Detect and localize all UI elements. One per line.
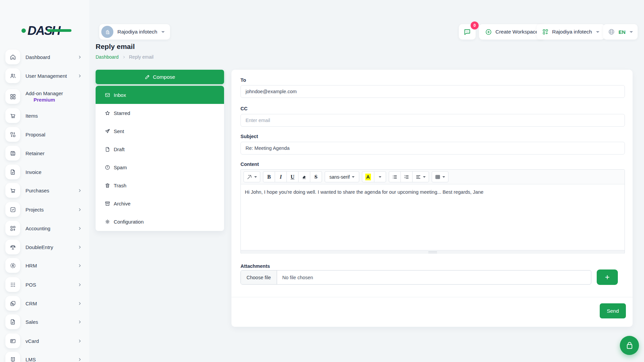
brand-logo[interactable]: DASH [21,23,60,38]
invoice-icon [5,165,20,179]
sidebar-item-retainer[interactable]: Retainer [5,146,85,161]
chevron-right-icon [77,207,82,212]
bold-button[interactable]: B [263,171,275,182]
mail-folder-archive[interactable]: Archive [96,194,224,213]
mail-folder-label: Trash [114,183,126,188]
table-icon [435,174,440,180]
sidebar-item-crm[interactable]: CRM [5,296,85,311]
users-icon [5,68,20,83]
mail-folder-draft[interactable]: Draft [96,140,224,158]
compose-button[interactable]: Compose [96,70,224,84]
mail-folder-inbox[interactable]: Inbox [96,86,224,104]
align-icon [416,174,421,180]
sidebar-item-sales[interactable]: Sales [5,314,85,329]
sidebar-item-proposal[interactable]: Proposal [5,127,85,142]
paragraph-align-dropdown[interactable] [412,171,429,182]
sidebar-item-accounting[interactable]: Accounting [5,221,85,236]
content-editable-area[interactable]: Hi John, I hope you're doing well. I wan… [241,184,625,250]
to-label: To [240,77,246,83]
sidebar-item-dashboard[interactable]: Dashboard [5,50,85,64]
language-dropdown[interactable]: EN [603,24,638,40]
document-icon [5,314,20,329]
breadcrumb-dashboard-link[interactable]: Dashboard [96,54,119,60]
attachment-file-input[interactable]: Choose file No file chosen [240,270,591,285]
style-magic-button[interactable] [244,171,260,182]
mail-folder-sent[interactable]: Sent [96,122,224,140]
messages-count-badge: 0 [471,21,479,29]
chevron-down-icon [442,176,445,178]
sidebar-item-addon-manager[interactable]: Add-on Manager Premium [5,88,85,105]
italic-button[interactable]: I [275,171,287,182]
card-divider [231,297,633,297]
floating-cart-button[interactable] [620,336,639,355]
table-dropdown[interactable] [432,171,448,182]
send-button[interactable]: Send [600,303,626,318]
breadcrumb: Dashboard Reply email [96,54,154,60]
mail-folder-configuration[interactable]: Configuration [96,213,224,231]
card-icon [5,334,20,348]
create-workspace-button[interactable]: Create Workspace [479,24,544,40]
sidebar-item-user-management[interactable]: User Management [5,68,85,83]
font-name-label: sans-serif [329,174,350,180]
chevron-right-icon [77,188,82,193]
compose-label: Compose [153,74,175,80]
scales-icon [5,240,20,254]
sidebar-item-hrm[interactable]: HRM [5,258,85,273]
chevron-right-icon [122,55,126,59]
layers-icon [5,296,20,311]
home-icon [5,50,20,64]
chevron-down-icon [630,31,633,33]
messages-button[interactable]: 0 [459,24,476,40]
inbox-icon [105,92,110,98]
cart-icon [5,108,20,123]
choose-file-button[interactable]: Choose file [241,270,277,284]
add-attachment-button[interactable]: + [597,269,618,285]
cart-icon [5,183,20,198]
resize-grip[interactable] [428,251,437,253]
to-input[interactable] [240,85,625,98]
sidebar-item-doubleentry[interactable]: DoubleEntry [5,240,85,254]
sidebar-item-items[interactable]: Items [5,108,85,123]
sidebar-item-vcard[interactable]: vCard [5,334,85,348]
page-title: Reply email [96,43,135,51]
plus-circle-icon [485,28,492,36]
strikethrough-button[interactable]: S [310,171,322,182]
mail-folder-starred[interactable]: Starred [96,104,224,122]
chevron-down-icon [423,176,426,178]
sidebar-item-label: Add-on Manager Premium [25,90,63,103]
subject-label: Subject [240,134,258,139]
sidebar-item-purchases[interactable]: Purchases [5,183,85,198]
subject-input[interactable] [240,142,625,155]
font-color-button[interactable]: A [362,171,374,182]
paper-plane-icon [105,128,110,134]
clear-format-button[interactable] [298,171,310,182]
unordered-list-button[interactable] [389,171,401,182]
sidebar-item-label: HRM [25,263,37,268]
file-icon [105,146,110,152]
mail-folder-trash[interactable]: Trash [96,176,224,194]
mail-folder-spam[interactable]: Spam [96,158,224,176]
mail-folder-label: Spam [114,165,127,170]
sidebar-item-lms[interactable]: LMS [5,352,85,362]
dots-grid-icon [5,277,20,292]
workspace-selector[interactable]: Rajodiya infotech [99,24,170,40]
sidebar-item-label: User Management [25,73,67,79]
cc-input[interactable] [240,114,625,127]
sidebar-item-pos[interactable]: POS [5,277,85,292]
ordered-list-button[interactable] [400,171,413,182]
sidebar-item-label: Purchases [25,188,49,193]
underline-button[interactable]: U [286,171,299,182]
font-color-dropdown[interactable] [374,171,386,182]
premium-badge: Premium [25,97,63,103]
chevron-right-icon [77,55,82,59]
chevron-right-icon [77,74,82,78]
org-dropdown[interactable]: Rajodiya infotech [537,24,605,40]
sidebar-item-invoice[interactable]: Invoice [5,165,85,179]
eraser-icon [302,174,307,180]
alert-circle-icon [105,165,110,170]
mail-folder-label: Archive [114,201,130,206]
sidebar-item-projects[interactable]: Projects [5,202,85,217]
chevron-down-icon [596,31,599,33]
font-family-dropdown[interactable]: sans-serif [325,171,359,182]
org-dropdown-label: Rajodiya infotech [552,29,592,35]
